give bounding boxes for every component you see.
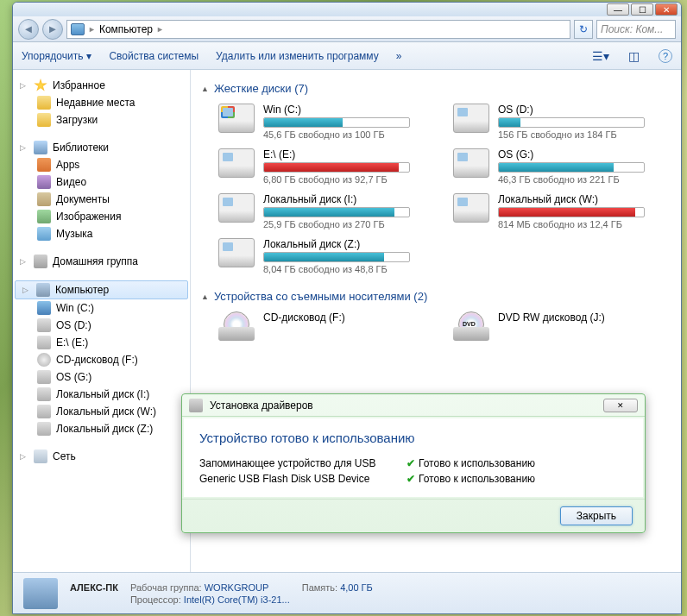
drive-icon [453,104,489,133]
optical-drive-icon [453,311,489,341]
drive-item[interactable]: OS (G:) 46,3 ГБ свободно из 221 ГБ [453,148,671,185]
organize-menu[interactable]: Упорядочить▾ [22,50,91,62]
sidebar-libraries[interactable]: ▷Библиотеки [13,139,190,156]
cd-icon [37,353,51,367]
sidebar: ▷Избранное Недавние места Загрузки ▷Библ… [13,70,191,572]
check-icon: ✔ [407,457,415,469]
drive-name: E:\ (E:) [263,148,436,160]
drive-icon [37,422,51,436]
drive-usage-bar [263,207,410,217]
section-removable[interactable]: ▲Устройства со съемными носителями (2) [201,290,671,303]
driver-install-popup: Установка драйверов ✕ Устройство готово … [181,393,646,533]
status-computer-name: АЛЕКС-ПК [70,582,118,593]
popup-close-action-button[interactable]: Закрыть [560,506,633,525]
popup-close-button[interactable]: ✕ [603,399,638,412]
sidebar-item-drive-g[interactable]: OS (G:) [13,368,190,386]
sidebar-item-documents[interactable]: Документы [13,191,190,208]
drive-free-text: 156 ГБ свободно из 184 ГБ [498,129,671,140]
view-mode-button[interactable]: ☰ ▾ [593,48,608,64]
section-hard-drives[interactable]: ▲Жесткие диски (7) [201,82,671,95]
uninstall-program-button[interactable]: Удалить или изменить программу [216,50,379,62]
drive-icon [218,193,255,223]
drive-icon [218,104,255,133]
popup-titlebar: Установка драйверов ✕ [182,394,645,417]
popup-device-row: Generic USB Flash Disk USB Device ✔Готов… [199,473,627,485]
drive-icon [37,370,51,384]
sidebar-network[interactable]: ▷Сеть [13,448,190,465]
sidebar-item-drive-e[interactable]: E:\ (E:) [13,334,190,351]
sidebar-item-drive-f[interactable]: CD-дисковод (F:) [13,351,190,368]
drive-icon [453,193,489,223]
breadcrumb-sep-icon: ► [88,25,96,34]
video-icon [37,175,51,189]
toolbar: Упорядочить▾ Свойства системы Удалить ил… [13,42,681,70]
drive-icon [218,238,255,267]
drive-free-text: 45,6 ГБ свободно из 100 ГБ [263,129,436,140]
images-icon [37,210,51,223]
toolbar-more-button[interactable]: » [396,50,402,62]
optical-drive-icon [218,311,255,341]
drive-icon [37,301,51,315]
drive-item[interactable]: OS (D:) 156 ГБ свободно из 184 ГБ [453,104,671,140]
device-name: Generic USB Flash Disk USB Device [199,473,407,485]
removable-item[interactable]: DVD RW дисковод (J:) [453,311,671,341]
back-button[interactable]: ◄ [18,19,39,40]
sidebar-item-images[interactable]: Изображения [13,208,190,225]
drive-icon [37,336,51,349]
minimize-button[interactable]: — [607,3,629,16]
documents-icon [37,192,51,206]
drive-name: Win (C:) [263,104,436,116]
search-input[interactable]: Поиск: Ком... [596,20,676,39]
sidebar-item-apps[interactable]: Apps [13,156,190,173]
address-bar[interactable]: ► Компьютер ► [66,20,570,39]
sidebar-item-drive-d[interactable]: OS (D:) [13,317,190,334]
maximize-button[interactable]: ☐ [631,3,653,16]
help-button[interactable]: ? [659,49,672,63]
check-icon: ✔ [407,473,415,485]
popup-header: Устройство готово к использованию [199,431,627,445]
drive-name: Локальный диск (W:) [498,193,671,205]
sidebar-item-downloads[interactable]: Загрузки [13,111,190,129]
drive-icon [37,405,51,418]
library-icon [34,141,47,154]
drive-item[interactable]: Win (C:) 45,6 ГБ свободно из 100 ГБ [218,104,436,140]
drive-free-text: 8,04 ГБ свободно из 48,8 ГБ [263,264,436,274]
computer-icon [36,283,50,297]
status-bar: АЛЕКС-ПК Рабочая группа: WORKGROUP Памят… [13,572,681,613]
refresh-button[interactable]: ↻ [574,20,593,39]
network-icon [34,449,47,463]
sidebar-item-music[interactable]: Музыка [13,225,190,242]
drive-name: Локальный диск (I:) [263,193,436,205]
device-status: Готово к использованию [419,457,535,469]
close-button[interactable]: ✕ [655,3,678,16]
drive-item[interactable]: Локальный диск (W:) 814 МБ свободно из 1… [453,193,671,229]
sidebar-item-drive-i[interactable]: Локальный диск (I:) [13,386,190,403]
preview-pane-button[interactable]: ◫ [626,48,641,64]
apps-icon [37,158,51,172]
drive-item[interactable]: Локальный диск (I:) 25,9 ГБ свободно из … [218,193,436,229]
sidebar-item-drive-z[interactable]: Локальный диск (Z:) [13,420,190,437]
device-name: Запоминающее устройство для USB [199,457,407,469]
drive-usage-bar [498,117,645,128]
drive-usage-bar [263,117,410,128]
breadcrumb-item[interactable]: Компьютер [99,23,153,35]
sidebar-item-drive-c[interactable]: Win (C:) [13,299,190,317]
drive-icon [453,148,489,178]
sidebar-item-recent[interactable]: Недавние места [13,94,190,111]
folder-icon [37,96,51,110]
sidebar-homegroup[interactable]: ▷Домашняя группа [13,253,190,270]
sidebar-item-drive-w[interactable]: Локальный диск (W:) [13,403,190,420]
drive-item[interactable]: E:\ (E:) 6,80 ГБ свободно из 92,7 ГБ [218,148,436,185]
drive-icon [37,387,51,401]
forward-button[interactable]: ► [42,19,63,40]
removable-item[interactable]: CD-дисковод (F:) [218,311,436,341]
breadcrumb-sep-icon: ► [156,25,164,34]
system-properties-button[interactable]: Свойства системы [109,50,199,62]
computer-icon [71,23,85,35]
drive-item[interactable]: Локальный диск (Z:) 8,04 ГБ свободно из … [218,238,436,274]
drive-name: OS (D:) [498,104,671,116]
drive-name: DVD RW дисковод (J:) [498,311,671,324]
sidebar-favorites[interactable]: ▷Избранное [13,77,190,94]
sidebar-item-video[interactable]: Видео [13,173,190,191]
sidebar-computer[interactable]: ▷Компьютер [15,280,188,299]
